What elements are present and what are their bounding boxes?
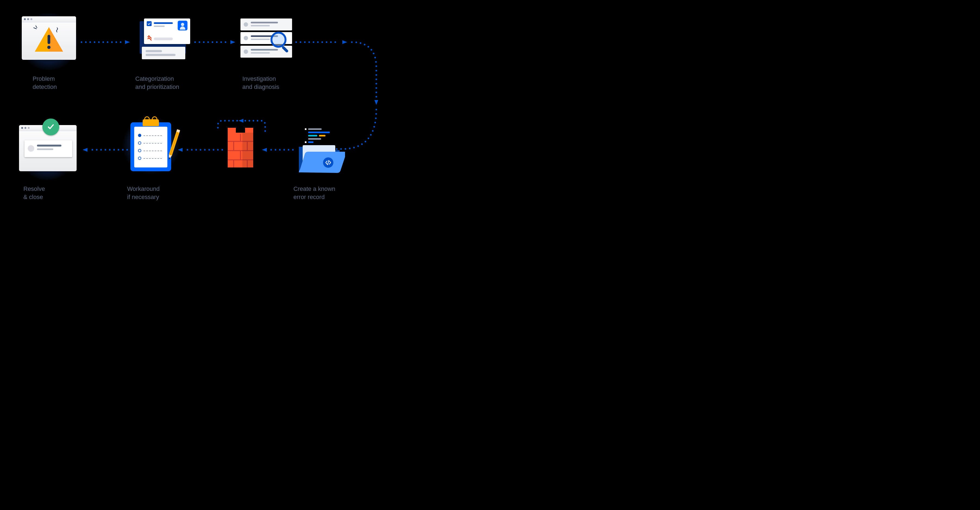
svg-rect-16 <box>308 132 330 133</box>
svg-marker-12 <box>342 40 347 44</box>
svg-rect-21 <box>308 141 313 143</box>
flow-arrow-icon <box>261 148 293 152</box>
svg-marker-25 <box>262 148 267 152</box>
step-label: Workaround if necessary <box>127 185 159 201</box>
step-problem-detection <box>22 16 76 60</box>
svg-marker-6 <box>125 40 130 44</box>
step-resolve-close <box>19 125 73 171</box>
step-label: Problem detection <box>33 75 57 91</box>
step-label: Categorization and prioritization <box>135 75 179 91</box>
check-circle-icon <box>42 118 59 135</box>
svg-marker-13 <box>374 100 378 105</box>
flow-arrow-over-icon <box>215 119 266 135</box>
step-known-error-record <box>293 128 345 174</box>
flow-arrow-icon <box>81 148 128 152</box>
flow-arrow-icon <box>195 40 236 44</box>
code-folder-icon <box>293 128 345 174</box>
svg-marker-2 <box>49 27 63 52</box>
step-label: Investigation and diagnosis <box>242 75 279 91</box>
svg-rect-14 <box>305 128 307 130</box>
step-label: Resolve & close <box>23 185 45 201</box>
step-categorization <box>136 16 188 57</box>
svg-point-4 <box>47 46 51 49</box>
magnifier-icon <box>270 32 291 53</box>
step-workaround <box>130 120 171 171</box>
checklist-clipboard-icon <box>130 120 171 171</box>
svg-marker-37 <box>239 119 243 123</box>
svg-marker-46 <box>83 148 88 152</box>
svg-marker-42 <box>167 155 172 160</box>
search-records-icon <box>240 19 292 59</box>
step-label: Create a known error record <box>293 185 335 201</box>
process-flow-diagram: Problem detection Categorization and pri… <box>0 0 424 212</box>
flow-arrow-icon <box>81 40 130 44</box>
warning-triangle-icon <box>33 26 65 54</box>
flow-arrow-icon <box>177 148 223 152</box>
svg-rect-3 <box>48 35 50 44</box>
svg-rect-17 <box>308 135 317 137</box>
svg-rect-18 <box>319 135 326 137</box>
resolved-window-icon <box>19 125 73 171</box>
svg-rect-15 <box>308 128 322 130</box>
svg-rect-19 <box>308 138 321 140</box>
step-investigation <box>240 19 292 59</box>
svg-rect-20 <box>305 141 307 143</box>
ticket-card-icon <box>136 16 188 57</box>
svg-rect-11 <box>282 46 289 53</box>
svg-marker-8 <box>231 40 235 44</box>
alert-window-icon <box>22 16 76 60</box>
